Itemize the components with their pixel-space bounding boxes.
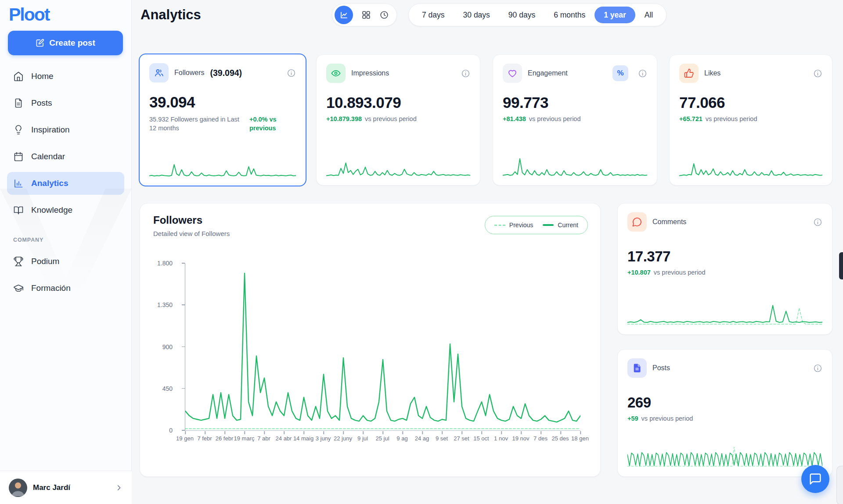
x-tick-label: 14 maig xyxy=(293,435,313,442)
document-icon xyxy=(13,98,24,108)
trophy-icon xyxy=(13,256,24,267)
sidebar-item-home[interactable]: Home xyxy=(7,65,124,88)
legend-current[interactable]: Current xyxy=(543,222,578,229)
card-label: Posts xyxy=(652,364,670,372)
user-name: Marc Jardí xyxy=(33,483,109,492)
bar-chart-icon xyxy=(13,178,24,189)
card-delta-suffix: vs previous period xyxy=(365,115,417,122)
range-30-days[interactable]: 30 days xyxy=(454,11,499,20)
legend-previous[interactable]: Previous xyxy=(494,222,533,229)
create-post-label: Create post xyxy=(49,38,95,48)
y-tick-label: 450 xyxy=(162,385,173,392)
card-delta-suffix: vs previous period xyxy=(654,269,706,276)
chevron-right-icon xyxy=(115,484,123,492)
range-7-days[interactable]: 7 days xyxy=(413,11,454,20)
graduation-cap-icon xyxy=(13,283,24,293)
followers-sparkline xyxy=(149,156,296,179)
heart-icon xyxy=(503,64,522,83)
create-post-button[interactable]: Create post xyxy=(8,31,123,55)
sidebar-item-label: Podium xyxy=(31,257,59,266)
sidebar: Ploot Create post Home Posts Inspiration… xyxy=(0,0,132,504)
sidebar-item-label: Inspiration xyxy=(31,125,70,135)
followers-card[interactable]: Followers (39.094) 39.094 35.932 Followe… xyxy=(139,54,306,186)
percent-toggle[interactable]: % xyxy=(612,65,628,81)
x-tick-label: 19 març xyxy=(234,435,255,442)
sidebar-item-posts[interactable]: Posts xyxy=(7,92,124,114)
sidebar-item-label: Home xyxy=(31,71,54,81)
x-tick-label: 27 set xyxy=(454,435,469,442)
sidebar-item-analytics[interactable]: Analytics xyxy=(7,172,124,195)
engagement-card[interactable]: Engagement % 99.773 +81.438 vs previous … xyxy=(493,54,657,186)
card-delta: +10.879.398 xyxy=(326,115,362,122)
followers-line-chart xyxy=(185,263,580,431)
posts-document-icon xyxy=(627,358,647,378)
likes-card[interactable]: Likes 77.066 +65.721 vs previous period xyxy=(669,54,832,186)
card-value: 39.094 xyxy=(149,93,296,111)
clock-view-button[interactable] xyxy=(379,10,389,20)
card-value: 17.377 xyxy=(627,248,822,265)
card-delta: +10.807 xyxy=(627,269,651,276)
range-1-year[interactable]: 1 year xyxy=(594,7,635,23)
sidebar-item-podium[interactable]: Podium xyxy=(7,250,124,273)
card-delta-suffix: vs previous period xyxy=(529,115,581,122)
sidebar-nav: Home Posts Inspiration Calendar Analytic… xyxy=(7,65,124,304)
x-tick-label: 19 gen xyxy=(176,435,194,442)
company-section-label: COMPANY xyxy=(13,237,124,243)
sidebar-item-label: Analytics xyxy=(31,179,68,188)
x-tick-label: 9 ag xyxy=(396,435,407,442)
sidebar-item-formacion[interactable]: Formación xyxy=(7,277,124,300)
range-all[interactable]: All xyxy=(635,11,662,20)
sidebar-item-label: Knowledge xyxy=(31,205,72,215)
sidebar-item-inspiration[interactable]: Inspiration xyxy=(7,118,124,141)
impressions-card[interactable]: Impressions 10.893.079 +10.879.398 vs pr… xyxy=(316,54,480,186)
card-label: Impressions xyxy=(351,69,389,77)
sidebar-item-label: Formación xyxy=(31,283,71,293)
x-tick-label: 1 nov xyxy=(494,435,508,442)
chat-bubble-icon xyxy=(627,212,647,232)
info-icon[interactable] xyxy=(638,69,647,78)
lightbulb-icon xyxy=(13,125,24,135)
comments-card[interactable]: Comments 17.377 +10.807 vs previous peri… xyxy=(617,203,832,335)
line-chart-icon xyxy=(339,11,349,20)
x-axis-labels: 19 gen7 febr26 febr19 març7 abr24 abr14 … xyxy=(185,435,580,444)
range-90-days[interactable]: 90 days xyxy=(499,11,544,20)
x-tick-label: 24 abr xyxy=(276,435,292,442)
previous-line-sample xyxy=(494,225,505,226)
chat-icon xyxy=(809,472,822,486)
y-tick-label: 0 xyxy=(169,427,173,434)
app-logo[interactable]: Ploot xyxy=(9,4,49,25)
followers-total-inline: (39.094) xyxy=(210,68,242,78)
x-tick-label: 7 febr xyxy=(197,435,212,442)
card-label: Likes xyxy=(704,69,721,77)
sidebar-item-calendar[interactable]: Calendar xyxy=(7,145,124,168)
card-label: Engagement xyxy=(528,69,568,77)
x-tick-label: 25 des xyxy=(551,435,569,442)
card-value: 10.893.079 xyxy=(326,94,470,111)
grid-view-button[interactable] xyxy=(361,10,371,20)
current-line-sample xyxy=(543,224,554,226)
info-icon[interactable] xyxy=(813,69,822,78)
info-icon[interactable] xyxy=(813,364,822,373)
chat-support-button[interactable] xyxy=(801,465,829,493)
card-delta: +59 xyxy=(627,415,638,422)
date-range-selector: 7 days 30 days 90 days 6 months 1 year A… xyxy=(408,4,666,26)
card-value: 99.773 xyxy=(503,94,647,111)
edge-panel-handle[interactable] xyxy=(839,252,843,279)
info-icon[interactable] xyxy=(813,218,822,227)
thumbs-up-icon xyxy=(679,64,699,83)
card-value: 269 xyxy=(627,394,822,411)
x-tick-label: 15 oct xyxy=(473,435,489,442)
line-chart-view-button[interactable] xyxy=(335,6,353,24)
posts-sparkline xyxy=(627,441,822,468)
user-menu[interactable]: Marc Jardí xyxy=(0,471,132,504)
x-tick-label: 7 des xyxy=(533,435,548,442)
card-label: Comments xyxy=(652,218,686,226)
y-tick-label: 1.800 xyxy=(157,260,173,267)
sidebar-item-knowledge[interactable]: Knowledge xyxy=(7,199,124,222)
info-icon[interactable] xyxy=(461,69,470,78)
info-icon[interactable] xyxy=(287,68,296,78)
card-delta: +65.721 xyxy=(679,115,702,122)
calendar-icon xyxy=(13,151,24,162)
range-6-months[interactable]: 6 months xyxy=(544,11,594,20)
posts-card[interactable]: Posts 269 +59 vs previous period xyxy=(617,349,832,477)
